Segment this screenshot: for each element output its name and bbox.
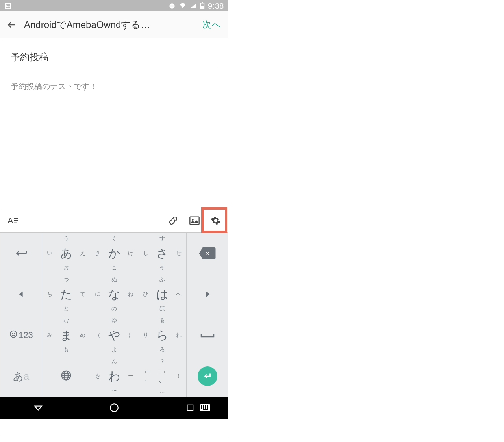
kb-row-3: 123 む み ま め も ゆ （ や ） よ る り ら れ [0,315,228,356]
space-key[interactable] [186,315,228,356]
svg-point-21 [110,404,118,412]
backspace-key[interactable]: ✕ [186,233,228,274]
nav-back-button[interactable] [22,403,54,413]
kana-ha-key[interactable]: ふ ひ は へ ほ [138,274,186,315]
svg-point-15 [10,331,17,338]
punct-key[interactable]: ？ 。 、 ！ … [138,356,186,397]
svg-rect-31 [207,407,208,409]
svg-rect-3 [170,6,174,6]
settings-button[interactable] [209,214,222,227]
svg-rect-27 [207,405,208,407]
kana-mode-key[interactable]: あa [0,356,42,397]
undo-key[interactable] [0,233,42,274]
phone-screen: 9:38 AndroidでAmebaOwndする… 次へ A [0,0,228,437]
emoji-icon [9,330,18,341]
globe-key[interactable] [42,356,90,397]
kb-row-1: う い あ え お く き か け こ す し さ せ そ ✕ [0,233,228,274]
wifi-icon [179,2,187,9]
kana-wa-key[interactable]: ん を わ ー 〜 [90,356,138,397]
kana-ya-key[interactable]: ゆ （ や ） よ [90,315,138,356]
svg-rect-0 [5,3,11,9]
kana-ta-key[interactable]: つ ち た て と [42,274,90,315]
space-icon [200,331,215,339]
svg-rect-24 [201,405,202,407]
svg-rect-30 [205,407,206,409]
svg-point-17 [14,333,15,334]
kana-sa-key[interactable]: す し さ せ そ [138,233,186,274]
svg-rect-29 [203,407,204,409]
status-bar: 9:38 [0,0,228,11]
editor-content [0,38,228,208]
svg-rect-25 [203,405,204,407]
kb-row-2: つ ち た て と ぬ に な ね の ふ ひ は へ ほ [0,274,228,315]
signal-icon [190,2,197,9]
post-title-input[interactable] [11,49,218,67]
svg-rect-6 [201,6,204,9]
svg-point-1 [6,5,7,6]
svg-rect-28 [201,407,202,409]
svg-rect-26 [205,405,206,407]
editor-toolbar-wrap: A [0,208,228,232]
globe-icon [60,370,72,383]
keyboard: う い あ え お く き か け こ す し さ せ そ ✕ [0,232,228,397]
enter-icon [198,366,217,386]
kb-row-4: あa ん を わ ー 〜 ？ 。 [0,356,228,397]
text-format-button[interactable]: A [6,214,19,227]
kana-ka-key[interactable]: く き か け こ [90,233,138,274]
svg-point-12 [192,219,194,221]
dnd-icon [169,2,176,9]
enter-key[interactable] [186,356,228,397]
status-left [4,2,11,9]
image-notification-icon [4,2,11,9]
android-navbar [0,397,228,419]
nav-keyboard-button[interactable] [189,403,221,412]
kana-a-key[interactable]: う い あ え お [42,233,90,274]
cursor-right-key[interactable] [186,274,228,315]
kana-ma-key[interactable]: む み ま め も [42,315,90,356]
post-body-input[interactable] [11,80,218,202]
kana-ra-key[interactable]: る り ら れ ろ [138,315,186,356]
svg-point-16 [12,333,13,334]
image-button[interactable] [188,214,201,227]
cursor-left-key[interactable] [0,274,42,315]
next-button[interactable]: 次へ [202,19,222,31]
editor-toolbar: A [0,208,228,232]
app-header: AndroidでAmebaOwndする… 次へ [0,11,228,38]
kana-na-key[interactable]: ぬ に な ね の [90,274,138,315]
battery-icon [200,2,205,9]
back-icon[interactable] [7,20,17,30]
svg-rect-32 [203,409,208,410]
emoji-numeric-key[interactable]: 123 [0,315,42,356]
backspace-icon: ✕ [199,247,216,259]
page-title: AndroidでAmebaOwndする… [24,19,195,31]
svg-text:A: A [7,216,13,225]
status-time: 9:38 [208,2,224,11]
link-button[interactable] [167,214,180,227]
status-right: 9:38 [169,2,224,11]
nav-home-button[interactable] [98,403,130,413]
